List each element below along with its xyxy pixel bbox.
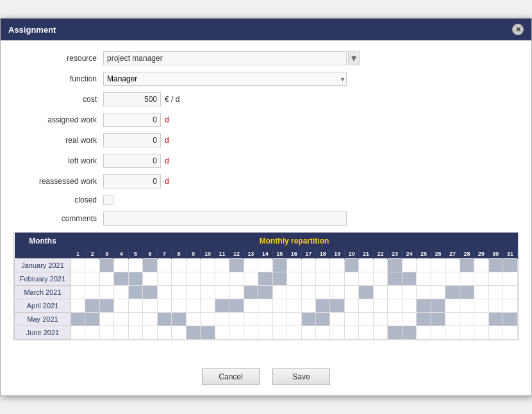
resource-input[interactable]	[103, 51, 347, 65]
cal-cell	[344, 272, 358, 286]
comments-input[interactable]	[103, 211, 347, 226]
cal-cell	[229, 286, 244, 299]
reassessed-work-input[interactable]	[103, 174, 161, 188]
day-header-1: 1	[71, 249, 85, 259]
cal-cell	[388, 272, 402, 286]
day-header-15: 15	[272, 249, 287, 259]
close-icon: ✕	[515, 26, 521, 34]
resource-dropdown-btn[interactable]: ▾	[348, 51, 360, 65]
cal-cell	[229, 326, 244, 340]
cal-cell	[114, 313, 128, 326]
cost-row: cost € / d	[13, 92, 519, 106]
cal-cell	[445, 313, 460, 326]
cal-cell	[186, 272, 200, 286]
cal-cell	[417, 326, 431, 340]
resource-label: resource	[13, 54, 103, 63]
day-header-22: 22	[373, 249, 387, 259]
cal-cell	[258, 313, 272, 326]
cal-cell	[287, 259, 301, 272]
cal-cell	[272, 299, 287, 313]
closed-checkbox[interactable]	[103, 195, 113, 205]
comments-label: comments	[13, 214, 103, 223]
cal-cell	[301, 272, 315, 286]
day-header-29: 29	[474, 249, 488, 259]
cal-cell	[201, 272, 215, 286]
cal-cell	[431, 313, 445, 326]
cal-cell	[344, 286, 358, 299]
cancel-button[interactable]: Cancel	[202, 368, 260, 385]
day-header-31: 31	[503, 249, 518, 259]
cal-cell	[71, 313, 85, 326]
cal-cell	[402, 272, 416, 286]
month-label-3: April 2021	[15, 299, 71, 313]
real-work-input[interactable]	[103, 133, 161, 147]
cal-cell	[431, 286, 445, 299]
cal-cell	[143, 286, 157, 299]
months-header: Months	[15, 233, 71, 249]
day-header-3: 3	[99, 249, 113, 259]
day-header-10: 10	[201, 249, 215, 259]
assigned-work-row: assigned work d	[13, 113, 519, 127]
cal-cell	[301, 313, 315, 326]
cal-cell	[128, 272, 142, 286]
cal-cell	[114, 326, 128, 340]
cal-cell	[99, 326, 113, 340]
cal-cell	[114, 286, 128, 299]
cal-cell	[315, 259, 329, 272]
cal-cell	[359, 272, 373, 286]
cal-cell	[445, 299, 460, 313]
day-header-6: 6	[143, 249, 157, 259]
cal-cell	[488, 259, 503, 272]
cal-cell	[503, 272, 518, 286]
close-button[interactable]: ✕	[512, 24, 524, 35]
day-header-4: 4	[114, 249, 128, 259]
day-header-2: 2	[85, 249, 99, 259]
cal-cell	[373, 313, 387, 326]
cal-cell	[388, 326, 402, 340]
cal-cell	[128, 326, 142, 340]
cal-cell	[172, 259, 186, 272]
cal-cell	[373, 259, 387, 272]
calendar-row: May 2021	[15, 313, 518, 326]
cal-cell	[128, 259, 142, 272]
function-select[interactable]: Manager Developer Analyst	[103, 72, 347, 86]
cal-cell	[215, 272, 229, 286]
cal-cell	[373, 272, 387, 286]
left-work-label: left work	[13, 156, 103, 165]
day-header-24: 24	[402, 249, 416, 259]
save-button[interactable]: Save	[272, 368, 330, 385]
cal-cell	[460, 272, 474, 286]
assigned-work-input[interactable]	[103, 113, 161, 127]
function-label: function	[13, 74, 103, 83]
resource-row: resource ▾	[13, 51, 519, 65]
cal-cell	[431, 272, 445, 286]
cal-cell	[344, 259, 358, 272]
dialog-header: Assignment ✕	[1, 19, 531, 40]
calendar-row: April 2021	[15, 299, 518, 313]
cost-input[interactable]	[103, 92, 161, 106]
cal-cell	[114, 299, 128, 313]
day-header-18: 18	[315, 249, 329, 259]
cal-cell	[301, 259, 315, 272]
day-header-28: 28	[460, 249, 474, 259]
cal-cell	[488, 299, 503, 313]
cal-cell	[71, 259, 85, 272]
cost-label: cost	[13, 95, 103, 104]
day-header-11: 11	[215, 249, 229, 259]
cal-cell	[417, 259, 431, 272]
cal-cell	[287, 299, 301, 313]
cal-cell	[85, 286, 99, 299]
dialog-body: resource ▾ function Manager Developer An…	[1, 40, 531, 361]
cal-cell	[172, 272, 186, 286]
cal-cell	[474, 286, 488, 299]
month-label-0: January 2021	[15, 259, 71, 272]
cal-cell	[172, 299, 186, 313]
cal-cell	[431, 326, 445, 340]
day-header-8: 8	[172, 249, 186, 259]
cal-cell	[201, 326, 215, 340]
cal-cell	[143, 313, 157, 326]
day-header-30: 30	[488, 249, 503, 259]
cal-cell	[388, 313, 402, 326]
cal-cell	[488, 313, 503, 326]
left-work-input[interactable]	[103, 154, 161, 168]
